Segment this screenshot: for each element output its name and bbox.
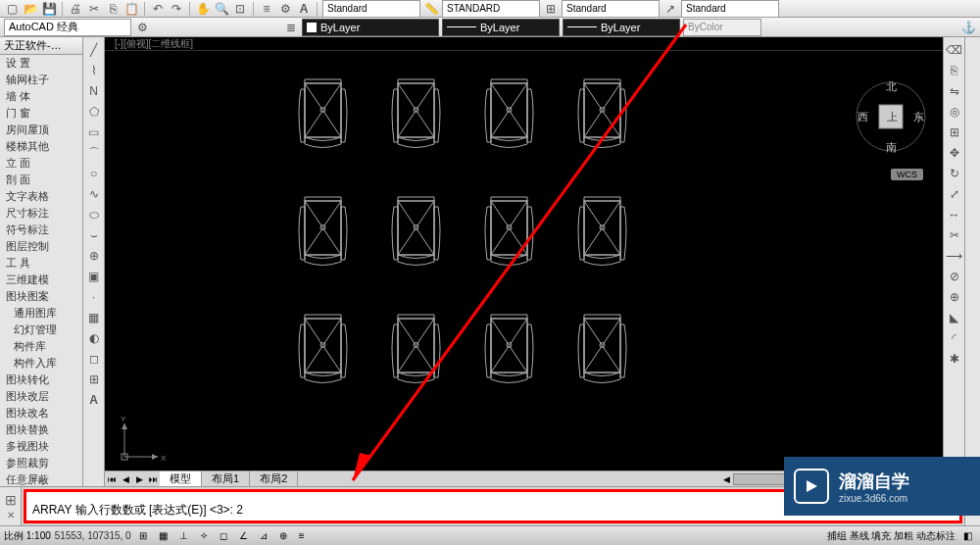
copy-icon[interactable]: ⎘: [105, 1, 121, 17]
tab-model[interactable]: 模型: [160, 471, 202, 486]
sidebar-item[interactable]: 图块图案: [0, 288, 82, 305]
tab-layout2[interactable]: 布局2: [250, 471, 298, 486]
wcs-badge[interactable]: WCS: [891, 169, 923, 180]
ws-settings-icon[interactable]: ⚙: [134, 20, 150, 35]
textstyle-dropdown[interactable]: Standard: [322, 0, 420, 18]
lineweight-dropdown[interactable]: ByLayer: [563, 19, 680, 36]
stretch-icon[interactable]: ↔: [946, 206, 963, 223]
insert-icon[interactable]: ⊕: [85, 247, 103, 265]
sidebar-item[interactable]: 图层控制: [0, 238, 82, 255]
new-icon[interactable]: ▢: [4, 1, 20, 17]
tab-nav-last[interactable]: ⏭: [146, 472, 160, 486]
sidebar-item[interactable]: 轴网柱子: [0, 72, 82, 88]
chair-block[interactable]: [570, 193, 634, 272]
sidebar-item[interactable]: 立 面: [0, 155, 82, 172]
chair-block[interactable]: [384, 75, 448, 154]
ellipse-arc-icon[interactable]: ⌣: [85, 226, 103, 244]
snap-button[interactable]: ⊞: [135, 528, 151, 543]
otrack-button[interactable]: ∠: [235, 528, 252, 543]
chair-block[interactable]: [291, 75, 355, 154]
table-icon[interactable]: ⊞: [543, 1, 559, 17]
viewport-label[interactable]: [-][俯视][二维线框]: [105, 37, 943, 51]
plotstyle-dropdown[interactable]: ByColor: [683, 19, 761, 36]
mleaderstyle-dropdown[interactable]: Standard: [681, 0, 779, 18]
model-space-button[interactable]: ◧: [959, 528, 976, 543]
sidebar-item[interactable]: 多视图块: [0, 438, 82, 455]
chair-block[interactable]: [570, 75, 634, 154]
paste-icon[interactable]: 📋: [123, 1, 139, 17]
sidebar-item[interactable]: 墙 体: [0, 88, 82, 105]
chamfer-icon[interactable]: ◣: [946, 309, 963, 326]
cmd-close-icon[interactable]: ✕: [7, 510, 15, 520]
rotate-icon[interactable]: ↻: [946, 165, 963, 182]
grid-button[interactable]: ▦: [155, 528, 172, 543]
tab-nav-first[interactable]: ⏮: [105, 472, 119, 486]
offset-icon[interactable]: ◎: [946, 103, 963, 121]
dyn-button[interactable]: ⊕: [275, 528, 291, 543]
sidebar-item[interactable]: 任意屏蔽: [0, 471, 82, 486]
ellipse-icon[interactable]: ⬭: [85, 206, 103, 223]
join-icon[interactable]: ⊕: [946, 288, 963, 306]
chair-block[interactable]: [384, 311, 448, 389]
sidebar-item[interactable]: 参照裁剪: [0, 455, 82, 471]
undo-icon[interactable]: ↶: [150, 1, 166, 17]
gradient-icon[interactable]: ◐: [85, 329, 103, 347]
linetype-dropdown[interactable]: ByLayer: [442, 19, 560, 36]
print-icon[interactable]: 🖨: [68, 1, 83, 17]
chair-block[interactable]: [570, 311, 634, 389]
spline-icon[interactable]: ∿: [85, 185, 103, 203]
drawing-canvas[interactable]: X Y 上 北 东 南 西 WCS: [105, 51, 943, 471]
tab-nav-next[interactable]: ▶: [132, 472, 146, 486]
sidebar-item[interactable]: 图块改名: [0, 405, 82, 421]
view-cube[interactable]: 上 北 东 南 西: [855, 80, 928, 154]
color-dropdown[interactable]: ByLayer: [302, 19, 439, 36]
sidebar-item[interactable]: 通用图库: [0, 305, 82, 322]
chair-block[interactable]: [477, 311, 541, 389]
rectangle-icon[interactable]: ▭: [85, 124, 103, 141]
sidebar-item[interactable]: 三维建模: [0, 272, 82, 288]
open-icon[interactable]: 📂: [23, 1, 38, 17]
mtext-icon[interactable]: A: [85, 391, 103, 409]
chair-block[interactable]: [477, 75, 541, 154]
scale-label[interactable]: 比例 1:100: [4, 529, 51, 543]
cmd-toggle-icon[interactable]: ⊞: [5, 492, 17, 508]
sidebar-item[interactable]: 图块转化: [0, 372, 82, 388]
mleader-icon[interactable]: ↗: [662, 1, 678, 17]
chair-block[interactable]: [477, 193, 541, 272]
block-icon[interactable]: ▣: [85, 268, 103, 285]
dimstyle-dropdown[interactable]: STANDARD: [442, 0, 540, 18]
array-icon[interactable]: ⊞: [946, 124, 963, 141]
left-panel-list[interactable]: 设 置轴网柱子墙 体门 窗房间屋顶楼梯其他立 面剖 面文字表格尺寸标注符号标注图…: [0, 55, 82, 486]
lwt-button[interactable]: ≡: [295, 528, 309, 543]
layer-icon[interactable]: ≣: [283, 20, 299, 35]
ducs-button[interactable]: ⊿: [256, 528, 271, 543]
line-icon[interactable]: ╱: [85, 41, 103, 59]
polygon-icon[interactable]: ⬠: [85, 103, 103, 121]
redo-icon[interactable]: ↷: [169, 1, 184, 17]
nav-icon[interactable]: ⚓: [960, 20, 976, 35]
sidebar-item[interactable]: 楼梯其他: [0, 138, 82, 155]
pan-icon[interactable]: ✋: [195, 1, 211, 17]
sidebar-item[interactable]: 门 窗: [0, 105, 82, 122]
sidebar-item[interactable]: 符号标注: [0, 222, 82, 238]
polyline-icon[interactable]: Ν: [85, 82, 103, 100]
arc-icon[interactable]: ⌒: [85, 144, 103, 162]
polar-button[interactable]: ✧: [196, 528, 212, 543]
tablestyle-dropdown[interactable]: Standard: [562, 0, 660, 18]
sidebar-item[interactable]: 尺寸标注: [0, 205, 82, 222]
chair-block[interactable]: [384, 193, 448, 272]
sidebar-item[interactable]: 构件库: [0, 338, 82, 355]
properties-icon[interactable]: ≡: [259, 1, 274, 17]
scale-icon[interactable]: ⤢: [946, 185, 963, 203]
circle-icon[interactable]: ○: [85, 165, 103, 182]
pline-icon[interactable]: ⌇: [85, 62, 103, 79]
fillet-icon[interactable]: ◜: [946, 329, 963, 347]
chair-block[interactable]: [291, 193, 355, 272]
table-icon[interactable]: ⊞: [85, 371, 103, 388]
chair-block[interactable]: [291, 311, 355, 389]
hscroll-left[interactable]: ◀: [719, 472, 733, 486]
zoom-icon[interactable]: 🔍: [214, 1, 229, 17]
status-right-labels[interactable]: 捕组 基线 填充 加粗 动态标注: [827, 529, 956, 543]
sidebar-item[interactable]: 工 具: [0, 255, 82, 272]
sidebar-item[interactable]: 幻灯管理: [0, 322, 82, 338]
